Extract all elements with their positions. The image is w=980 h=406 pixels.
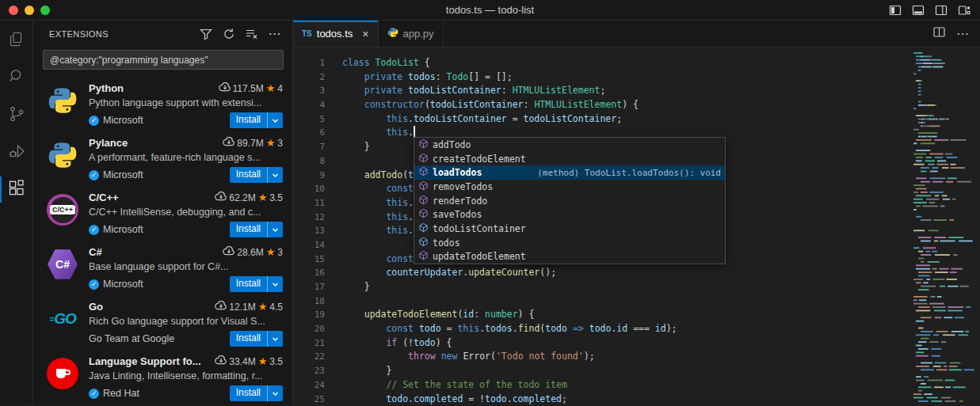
line-number: 4 (293, 98, 325, 112)
minimize-window-button[interactable] (25, 6, 34, 15)
activity-bar (0, 21, 33, 405)
toggle-primary-sidebar-icon[interactable] (889, 4, 902, 17)
extension-name: Python (89, 82, 124, 94)
extension-name: C# (89, 246, 102, 258)
install-dropdown-chevron-icon[interactable] (267, 276, 283, 292)
suggest-item-removeTodos[interactable]: removeTodos (414, 180, 725, 194)
install-dropdown-chevron-icon[interactable] (267, 385, 283, 401)
code-line-17: 17 } (293, 280, 911, 294)
install-dropdown-chevron-icon[interactable] (267, 331, 283, 347)
install-dropdown-chevron-icon[interactable] (267, 167, 283, 183)
extensions-search-input[interactable] (43, 50, 284, 70)
more-actions-icon[interactable]: ⋯ (269, 31, 281, 37)
install-button[interactable]: Install (230, 112, 283, 128)
install-dropdown-chevron-icon[interactable] (267, 112, 283, 128)
symbol-method-icon (418, 166, 429, 179)
activity-bar-item-extensions[interactable] (0, 171, 32, 208)
refresh-icon[interactable] (223, 28, 235, 40)
extension-description: Python language support with extensi... (89, 97, 283, 110)
csharp-extension-icon: C# (46, 248, 79, 281)
verified-publisher-icon: ✓ (89, 279, 99, 290)
extension-name: Language Support fo... (89, 355, 201, 367)
extension-row-c-c-[interactable]: C/C++C/C++62.2M★3.5C/C++ IntelliSense, d… (33, 184, 292, 238)
extension-name: Pylance (89, 137, 128, 149)
verified-publisher-icon: ✓ (89, 225, 99, 235)
activity-bar-item-source-control[interactable] (0, 97, 32, 134)
suggest-item-renderTodo[interactable]: renderTodo (414, 194, 725, 208)
activity-bar-item-run-debug[interactable] (0, 134, 32, 171)
download-icon (223, 137, 235, 149)
filter-icon[interactable] (200, 28, 212, 40)
download-count: 28.6M (237, 247, 263, 258)
suggest-item-addTodo[interactable]: addTodo (414, 138, 725, 152)
code-line-5: 5 this.todoListContainer = todoListConta… (293, 112, 911, 127)
rating-value: 3 (277, 247, 283, 258)
suggest-label: todoListContainer (433, 223, 526, 234)
symbol-field-icon (418, 222, 429, 235)
suggest-label: renderTodo (433, 195, 487, 207)
symbol-method-icon (418, 195, 429, 207)
extension-row-pylance[interactable]: Pylance89.7M★3A performant, feature-rich… (33, 129, 292, 184)
line-number: 12 (293, 211, 325, 225)
python-extension-icon (46, 138, 79, 172)
customize-layout-icon[interactable] (958, 4, 970, 17)
tab-label: app.py (403, 28, 434, 40)
line-number: 13 (293, 224, 325, 238)
code-line-18: 18 (293, 294, 911, 309)
suggest-item-saveTodos[interactable]: saveTodos (414, 207, 725, 222)
verified-publisher-icon: ✓ (89, 116, 99, 126)
suggest-label: loadTodos (433, 167, 482, 178)
publisher-name: Microsoft (103, 115, 143, 126)
title-bar: todos.ts — todo-list (0, 0, 980, 21)
zoom-window-button[interactable] (40, 6, 50, 15)
line-number: 18 (293, 294, 325, 309)
more-actions-icon[interactable]: ⋯ (956, 30, 969, 38)
suggest-detail: (method) TodoList.loadTodos(): void (537, 168, 721, 178)
symbol-method-icon (418, 180, 429, 193)
activity-bar-item-explorer[interactable] (0, 22, 32, 59)
workbench: EXTENSIONS ⋯ Python117.5M★4Python langua… (0, 21, 980, 405)
install-button[interactable]: Install (230, 167, 283, 183)
download-icon (215, 355, 227, 367)
editor-group: TS todos.ts × app.py ⋯ 1class TodoList {… (293, 21, 980, 405)
search-icon (7, 67, 26, 89)
line-number: 14 (293, 238, 325, 252)
install-dropdown-chevron-icon[interactable] (267, 222, 283, 237)
line-number: 1 (293, 56, 325, 70)
suggest-label: saveTodos (433, 209, 482, 220)
suggest-item-loadTodos[interactable]: loadTodos(method) TodoList.loadTodos(): … (414, 165, 725, 180)
extension-row-python[interactable]: Python117.5M★4Python language support wi… (33, 74, 292, 129)
suggest-label: todos (433, 237, 460, 249)
extension-name: Go (89, 301, 103, 313)
code-line-19: 19 updateTodoElement(id: number) { (293, 308, 911, 322)
minimap[interactable] (911, 47, 980, 405)
python-extension-icon (46, 84, 79, 117)
line-number: 15 (293, 252, 325, 267)
suggest-item-createTodoElement[interactable]: createTodoElement (414, 152, 725, 166)
close-tab-icon[interactable]: × (362, 28, 368, 40)
code-line-1: 1class TodoList { (293, 56, 911, 70)
toggle-secondary-sidebar-icon[interactable] (935, 4, 948, 17)
activity-bar-item-search[interactable] (0, 59, 32, 97)
install-button[interactable]: Install (230, 331, 283, 347)
download-count: 62.2M (229, 192, 255, 203)
tab-todos-ts[interactable]: TS todos.ts × (293, 21, 379, 47)
extension-row-c-[interactable]: C#C#28.6M★3Base language support for C#.… (33, 238, 292, 293)
extension-row-go[interactable]: =GOGo12.1M★4.5Rich Go language support f… (33, 293, 292, 347)
close-window-button[interactable] (9, 6, 18, 15)
java-extension-icon (46, 357, 79, 390)
suggest-item-todos[interactable]: todos (414, 236, 725, 250)
suggest-item-todoListContainer[interactable]: todoListContainer (414, 222, 725, 236)
suggest-item-updateTodoElement[interactable]: updateTodoElement (414, 250, 725, 264)
star-icon: ★ (266, 82, 276, 94)
install-button[interactable]: Install (230, 385, 283, 401)
extension-description: Rich Go language support for Visual S... (89, 316, 283, 328)
clear-search-results-icon[interactable] (246, 28, 258, 40)
tab-app-py[interactable]: app.py (379, 21, 444, 47)
install-button[interactable]: Install (230, 276, 283, 292)
split-editor-icon[interactable] (933, 26, 945, 41)
suggest-label: createTodoElement (433, 154, 526, 165)
toggle-panel-icon[interactable] (912, 4, 925, 17)
install-button[interactable]: Install (230, 222, 283, 237)
extension-row-language-support-fo-[interactable]: Language Support fo...33.4M★3.5Java Lint… (33, 347, 292, 402)
